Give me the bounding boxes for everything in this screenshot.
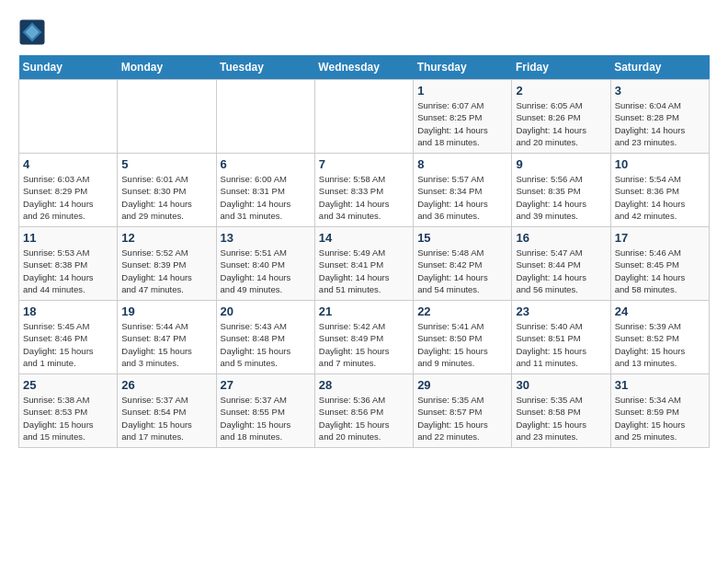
calendar-cell: 27Sunrise: 5:37 AM Sunset: 8:55 PM Dayli… [216,374,314,448]
calendar-cell: 13Sunrise: 5:51 AM Sunset: 8:40 PM Dayli… [216,227,314,301]
day-number: 8 [417,157,507,171]
calendar-cell: 6Sunrise: 6:00 AM Sunset: 8:31 PM Daylig… [216,154,314,227]
calendar-header-row: SundayMondayTuesdayWednesdayThursdayFrid… [19,55,710,80]
day-number: 3 [615,84,705,98]
column-header-tuesday: Tuesday [216,55,314,80]
day-info: Sunrise: 5:57 AM Sunset: 8:34 PM Dayligh… [417,173,507,222]
day-info: Sunrise: 5:58 AM Sunset: 8:33 PM Dayligh… [319,173,409,222]
calendar-cell: 5Sunrise: 6:01 AM Sunset: 8:30 PM Daylig… [118,154,216,227]
day-info: Sunrise: 5:38 AM Sunset: 8:53 PM Dayligh… [23,394,113,442]
day-number: 30 [516,378,606,392]
day-number: 12 [121,231,211,245]
day-number: 11 [23,231,113,245]
day-number: 2 [516,84,606,98]
calendar-week-row: 1Sunrise: 6:07 AM Sunset: 8:25 PM Daylig… [19,80,710,154]
calendar-cell: 24Sunrise: 5:39 AM Sunset: 8:52 PM Dayli… [610,301,709,374]
day-number: 28 [319,378,409,392]
day-info: Sunrise: 6:07 AM Sunset: 8:25 PM Dayligh… [417,99,507,148]
day-number: 1 [417,84,507,98]
day-info: Sunrise: 5:35 AM Sunset: 8:58 PM Dayligh… [516,394,606,442]
day-info: Sunrise: 6:05 AM Sunset: 8:26 PM Dayligh… [516,99,606,148]
calendar-cell: 4Sunrise: 6:03 AM Sunset: 8:29 PM Daylig… [19,154,118,227]
day-info: Sunrise: 5:37 AM Sunset: 8:55 PM Dayligh… [221,394,311,442]
day-number: 7 [319,157,409,171]
day-info: Sunrise: 5:39 AM Sunset: 8:52 PM Dayligh… [615,320,705,369]
calendar-cell [118,80,216,154]
day-info: Sunrise: 5:53 AM Sunset: 8:38 PM Dayligh… [23,247,113,295]
day-number: 18 [23,304,113,318]
column-header-thursday: Thursday [414,55,512,80]
day-number: 17 [615,231,705,245]
day-info: Sunrise: 5:56 AM Sunset: 8:35 PM Dayligh… [516,173,606,222]
calendar-cell: 14Sunrise: 5:49 AM Sunset: 8:41 PM Dayli… [314,227,413,301]
calendar-cell: 3Sunrise: 6:04 AM Sunset: 8:28 PM Daylig… [610,80,709,154]
day-info: Sunrise: 5:37 AM Sunset: 8:54 PM Dayligh… [121,394,211,442]
calendar-cell: 11Sunrise: 5:53 AM Sunset: 8:38 PM Dayli… [19,227,118,301]
column-header-friday: Friday [512,55,610,80]
day-info: Sunrise: 5:48 AM Sunset: 8:42 PM Dayligh… [417,247,507,295]
calendar-cell: 31Sunrise: 5:34 AM Sunset: 8:59 PM Dayli… [610,374,709,448]
calendar-cell: 30Sunrise: 5:35 AM Sunset: 8:58 PM Dayli… [512,374,610,448]
day-info: Sunrise: 6:04 AM Sunset: 8:28 PM Dayligh… [615,99,705,148]
day-info: Sunrise: 5:51 AM Sunset: 8:40 PM Dayligh… [221,247,311,295]
page-header [18,18,710,46]
day-info: Sunrise: 5:40 AM Sunset: 8:51 PM Dayligh… [516,320,606,369]
calendar-cell: 15Sunrise: 5:48 AM Sunset: 8:42 PM Dayli… [414,227,512,301]
day-info: Sunrise: 5:35 AM Sunset: 8:57 PM Dayligh… [417,394,507,442]
calendar-cell: 20Sunrise: 5:43 AM Sunset: 8:48 PM Dayli… [216,301,314,374]
calendar-cell: 22Sunrise: 5:41 AM Sunset: 8:50 PM Dayli… [414,301,512,374]
calendar-cell: 21Sunrise: 5:42 AM Sunset: 8:49 PM Dayli… [314,301,413,374]
calendar-cell: 18Sunrise: 5:45 AM Sunset: 8:46 PM Dayli… [19,301,118,374]
calendar-cell: 10Sunrise: 5:54 AM Sunset: 8:36 PM Dayli… [610,154,709,227]
day-number: 27 [221,378,311,392]
day-info: Sunrise: 5:42 AM Sunset: 8:49 PM Dayligh… [319,320,409,369]
logo-icon [18,18,46,46]
calendar-cell: 17Sunrise: 5:46 AM Sunset: 8:45 PM Dayli… [610,227,709,301]
day-number: 31 [615,378,705,392]
day-info: Sunrise: 5:41 AM Sunset: 8:50 PM Dayligh… [417,320,507,369]
column-header-monday: Monday [118,55,216,80]
calendar-cell: 9Sunrise: 5:56 AM Sunset: 8:35 PM Daylig… [512,154,610,227]
day-number: 9 [516,157,606,171]
calendar-cell: 1Sunrise: 6:07 AM Sunset: 8:25 PM Daylig… [414,80,512,154]
day-info: Sunrise: 5:44 AM Sunset: 8:47 PM Dayligh… [121,320,211,369]
day-info: Sunrise: 5:47 AM Sunset: 8:44 PM Dayligh… [516,247,606,295]
day-number: 21 [319,304,409,318]
day-number: 19 [121,304,211,318]
calendar-cell: 16Sunrise: 5:47 AM Sunset: 8:44 PM Dayli… [512,227,610,301]
day-info: Sunrise: 5:46 AM Sunset: 8:45 PM Dayligh… [615,247,705,295]
calendar-cell: 29Sunrise: 5:35 AM Sunset: 8:57 PM Dayli… [414,374,512,448]
column-header-sunday: Sunday [19,55,118,80]
calendar-cell [314,80,413,154]
day-number: 29 [417,378,507,392]
calendar-cell: 2Sunrise: 6:05 AM Sunset: 8:26 PM Daylig… [512,80,610,154]
day-number: 4 [23,157,113,171]
day-info: Sunrise: 5:43 AM Sunset: 8:48 PM Dayligh… [221,320,311,369]
calendar-cell: 7Sunrise: 5:58 AM Sunset: 8:33 PM Daylig… [314,154,413,227]
calendar-week-row: 4Sunrise: 6:03 AM Sunset: 8:29 PM Daylig… [19,154,710,227]
day-info: Sunrise: 6:00 AM Sunset: 8:31 PM Dayligh… [221,173,311,222]
day-number: 23 [516,304,606,318]
calendar-cell: 28Sunrise: 5:36 AM Sunset: 8:56 PM Dayli… [314,374,413,448]
day-info: Sunrise: 5:34 AM Sunset: 8:59 PM Dayligh… [615,394,705,442]
day-number: 26 [121,378,211,392]
calendar-week-row: 25Sunrise: 5:38 AM Sunset: 8:53 PM Dayli… [19,374,710,448]
logo [18,18,50,46]
calendar-cell: 12Sunrise: 5:52 AM Sunset: 8:39 PM Dayli… [118,227,216,301]
day-number: 14 [319,231,409,245]
calendar-week-row: 11Sunrise: 5:53 AM Sunset: 8:38 PM Dayli… [19,227,710,301]
day-number: 13 [221,231,311,245]
day-info: Sunrise: 5:49 AM Sunset: 8:41 PM Dayligh… [319,247,409,295]
column-header-saturday: Saturday [610,55,709,80]
day-info: Sunrise: 6:03 AM Sunset: 8:29 PM Dayligh… [23,173,113,222]
day-info: Sunrise: 5:36 AM Sunset: 8:56 PM Dayligh… [319,394,409,442]
column-header-wednesday: Wednesday [314,55,413,80]
day-number: 24 [615,304,705,318]
calendar-cell: 23Sunrise: 5:40 AM Sunset: 8:51 PM Dayli… [512,301,610,374]
day-number: 15 [417,231,507,245]
day-number: 25 [23,378,113,392]
calendar-cell: 26Sunrise: 5:37 AM Sunset: 8:54 PM Dayli… [118,374,216,448]
day-number: 6 [221,157,311,171]
day-number: 5 [121,157,211,171]
calendar-cell [216,80,314,154]
